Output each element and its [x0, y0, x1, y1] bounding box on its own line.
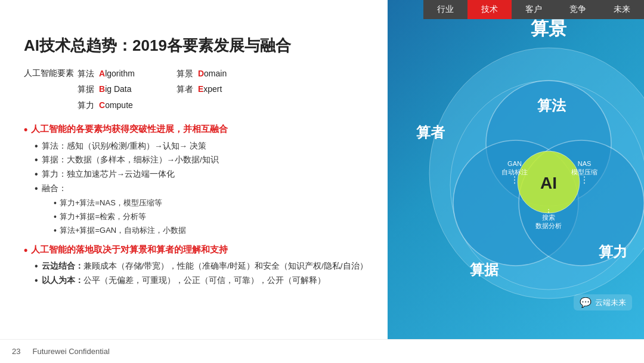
svg-text:模型压缩: 模型压缩 — [571, 168, 597, 176]
suanzhe-en: Expert — [198, 82, 222, 96]
svg-text:数据分析: 数据分析 — [535, 222, 562, 229]
footer: 23 Futurewei Confidential — [0, 339, 644, 363]
suanju-zh: 算据 — [78, 82, 94, 96]
elements-row-suanzhe: 算者 Expert — [177, 82, 227, 96]
nav-tech[interactable]: 技术 — [467, 0, 512, 19]
section1-item-0-text: 算法：感知（识别/检测/重构）→认知→ 决策 — [42, 140, 206, 152]
section1: • 人工智能的各要素均获得突破性进展，并相互融合 • 算法：感知（识别/检测/重… — [24, 124, 376, 237]
main-content: AI技术总趋势：2019各要素发展与融合 人工智能要素 算法 Algorithm… — [0, 19, 394, 363]
section1-subitem-0-text: 算力+算法=NAS，模型压缩等 — [60, 197, 162, 209]
section2-item-0-body: 兼顾成本（存储/带宽），性能（准确率/时延）和安全（知识产权/隐私/自治） — [83, 262, 368, 270]
bullet-c1: • — [35, 275, 38, 287]
section2-item-1-text: 以人为本：公平（无偏差，可重现），公正（可信，可靠），公开（可解释） — [42, 275, 326, 287]
svg-text:AI: AI — [540, 174, 557, 192]
bullet-ss1: • — [54, 211, 57, 223]
page-title: AI技术总趋势：2019各要素发展与融合 — [24, 36, 376, 56]
section2-title-text: 人工智能的落地取决于对算景和算者的理解和支持 — [31, 244, 228, 256]
suanju-en: Big Data — [99, 82, 131, 96]
elements-row-suanfa: 算法 Algorithm — [78, 67, 135, 80]
bullet-b0: • — [35, 140, 38, 153]
section1-title: • 人工智能的各要素均获得突破性进展，并相互融合 — [24, 124, 376, 137]
section1-subitem-1: • 算力+算据=检索，分析等 — [54, 211, 376, 223]
section2-item-0: • 云边结合：兼顾成本（存储/带宽），性能（准确率/时延）和安全（知识产权/隐私… — [35, 260, 376, 273]
suanli-zh: 算力 — [78, 99, 94, 112]
bullet-b1: • — [35, 154, 38, 167]
svg-text:自动标注: 自动标注 — [501, 168, 528, 176]
section1-subitem-2-text: 算法+算据=GAN，自动标注，小数据 — [60, 224, 186, 236]
suanzhe-zh: 算者 — [177, 82, 193, 96]
bullet-red-1: • — [24, 124, 27, 137]
section1-item-2-text: 算力：独立加速芯片→云边端一体化 — [42, 168, 175, 180]
bullet-b2: • — [35, 168, 38, 181]
suanfa-zh: 算法 — [78, 67, 94, 80]
elements-right-col: 算景 Domain 算者 Expert — [177, 67, 227, 112]
elements-row-suanli: 算力 Compute — [78, 99, 135, 112]
nav-industry[interactable]: 行业 — [423, 0, 467, 19]
bullet-ss2: • — [54, 224, 57, 237]
footer-confidential: Futurewei Confidential — [32, 347, 109, 356]
section1-item-1: • 算据：大数据（多样本，细标注）→小数据/知识 — [35, 154, 376, 167]
section1-item-3-text: 融合： — [42, 183, 67, 195]
bullet-b3: • — [35, 183, 38, 195]
top-nav: 行业 技术 客户 竞争 未来 — [423, 0, 644, 19]
section1-item-3: • 融合： — [35, 183, 376, 195]
suanfa-en: Algorithm — [99, 67, 135, 80]
section1-item-0: • 算法：感知（识别/检测/重构）→认知→ 决策 — [35, 140, 376, 153]
bullet-red-2: • — [24, 244, 27, 257]
section2-item-0-label: 云边结合： — [42, 262, 83, 270]
section2-item-1-label: 以人为本： — [42, 276, 83, 285]
section2-title: • 人工智能的落地取决于对算景和算者的理解和支持 — [24, 244, 376, 257]
section1-subitem-2: • 算法+算据=GAN，自动标注，小数据 — [54, 224, 376, 237]
footer-page: 23 — [12, 347, 20, 356]
section1-item-2: • 算力：独立加速芯片→云边端一体化 — [35, 168, 376, 181]
elements-left-col: 算法 Algorithm 算据 Big Data 算力 Compute — [78, 67, 135, 112]
nav-customer[interactable]: 客户 — [512, 0, 556, 19]
wechat-badge: 💬 云端未来 — [574, 294, 632, 310]
suanli-en: Compute — [99, 99, 133, 112]
section2-item-0-text: 云边结合：兼顾成本（存储/带宽），性能（准确率/时延）和安全（知识产权/隐私/自… — [42, 260, 368, 272]
svg-text:GAN: GAN — [507, 160, 522, 167]
section1-item-1-text: 算据：大数据（多样本，细标注）→小数据/知识 — [42, 154, 219, 166]
diagram-area: 算景 算者 算法 算据 算力 GAN 自动标注 NAS 模型压缩 搜索 数据分析… — [388, 0, 644, 339]
svg-text:算据: 算据 — [470, 262, 499, 278]
wechat-label: 云端未来 — [595, 297, 626, 308]
bullet-c0: • — [35, 260, 38, 273]
nav-competition[interactable]: 竞争 — [556, 0, 600, 19]
nav-future[interactable]: 未来 — [600, 0, 644, 19]
bullet-ss0: • — [54, 197, 57, 210]
section1-subitem-1-text: 算力+算据=检索，分析等 — [60, 211, 146, 223]
section1-subitem-0: • 算力+算法=NAS，模型压缩等 — [54, 197, 376, 210]
section2-item-1: • 以人为本：公平（无偏差，可重现），公正（可信，可靠），公开（可解释） — [35, 275, 376, 287]
section2-items: • 云边结合：兼顾成本（存储/带宽），性能（准确率/时延）和安全（知识产权/隐私… — [35, 260, 376, 287]
suanjing-zh: 算景 — [177, 67, 193, 80]
svg-text:算法: 算法 — [537, 97, 566, 113]
elements-label: 人工智能要素 — [24, 67, 78, 79]
elements-cols: 算法 Algorithm 算据 Big Data 算力 Compute 算景 D… — [78, 67, 227, 112]
svg-text:NAS: NAS — [578, 160, 592, 167]
section2: • 人工智能的落地取决于对算景和算者的理解和支持 • 云边结合：兼顾成本（存储/… — [24, 244, 376, 287]
svg-text:算力: 算力 — [599, 244, 627, 260]
section2-item-1-body: 公平（无偏差，可重现），公正（可信，可靠），公开（可解释） — [83, 276, 326, 285]
section1-title-text: 人工智能的各要素均获得突破性进展，并相互融合 — [31, 124, 228, 135]
section1-subitems: • 算力+算法=NAS，模型压缩等 • 算力+算据=检索，分析等 • 算法+算据… — [54, 197, 376, 237]
svg-text:算景: 算景 — [531, 19, 567, 38]
section1-items: • 算法：感知（识别/检测/重构）→认知→ 决策 • 算据：大数据（多样本，细标… — [35, 140, 376, 237]
svg-text:搜索: 搜索 — [542, 214, 555, 221]
elements-row-suanju: 算据 Big Data — [78, 82, 135, 96]
wechat-icon: 💬 — [580, 297, 592, 308]
svg-text:算者: 算者 — [416, 124, 445, 140]
elements-table: 人工智能要素 算法 Algorithm 算据 Big Data 算力 Compu… — [24, 67, 376, 112]
elements-row-suanjing: 算景 Domain — [177, 67, 227, 80]
suanjing-en: Domain — [198, 67, 227, 80]
